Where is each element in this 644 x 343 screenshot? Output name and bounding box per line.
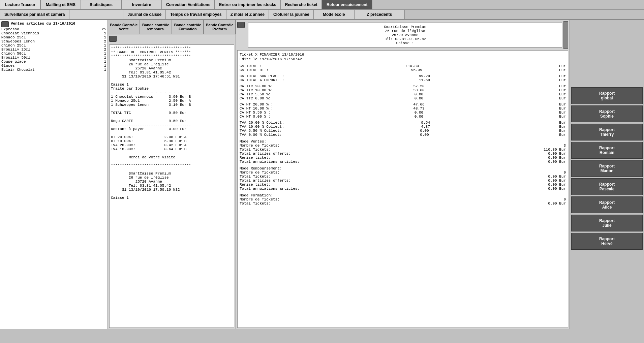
second-nav: Surveillance par mail et caméra Journal … xyxy=(0,10,644,20)
ticket-city: 25720 Avanne xyxy=(250,33,560,37)
nav-journal-caisse[interactable]: Journal de caisse xyxy=(123,10,166,19)
bande-panel: Bande Contrôle Vente Bande contrôle remb… xyxy=(108,20,236,329)
list-item: Schweppes lemon2 xyxy=(1,39,106,43)
nombre-tickets-remb-row: Nombre de Tickets: 0 xyxy=(240,170,566,175)
nav-inventaire[interactable]: Inventaire xyxy=(121,0,162,9)
ticket-company: SmartCaisse Premium xyxy=(250,25,560,29)
list-item: Chinon 25cl1 xyxy=(1,43,106,48)
nav-retour-encaissement[interactable]: Retour encaissement xyxy=(322,0,372,9)
bande-buttons: Bande Contrôle Vente Bande contrôle remb… xyxy=(108,20,236,34)
printer-icon[interactable] xyxy=(1,21,9,27)
main-layout: Ventes articles du 13/10/2016 Expresso25… xyxy=(0,20,644,329)
nav-cloture-journee[interactable]: Clôturer la journée xyxy=(269,10,314,19)
ticket-row: CA TOTAL SUR PLACE :99.20Eur xyxy=(240,74,566,78)
ventes-list: Expresso25Chocolat viennois1Monaco 25cl1… xyxy=(1,27,106,72)
ticket-printer-icon[interactable] xyxy=(237,22,245,28)
ticket-tel: Tél: 03.81.41.05.42 xyxy=(250,37,560,41)
bande-controle-proform[interactable]: Bande Contrôle Proform xyxy=(204,20,236,34)
bande-content[interactable]: ************************************ ** … xyxy=(109,44,234,328)
ticket-row: CA HT 0.00 % :0.00Eur xyxy=(240,115,566,119)
ticket-row: CA TOTAL :110.80Eur xyxy=(240,64,566,68)
ticket-row: CA HT 20.00 % :47.66Eur xyxy=(240,102,566,106)
ticket-row: CA TTC 0.00 %:0.00Eur xyxy=(240,96,566,100)
ticket-address: 26 rue de l'église xyxy=(250,29,560,33)
list-item: Eclair Chocolat1 xyxy=(1,68,106,72)
rapport-btn-3[interactable]: Rapport Romain xyxy=(571,142,643,159)
ticket-panel: SmartCaisse Premium 26 rue de l'église 2… xyxy=(236,20,570,329)
mode-remboursement-section: Mode Remboursement: Nombre de Tickets: 0… xyxy=(240,166,566,191)
list-item: Brouilly 25cl2 xyxy=(1,48,106,52)
list-item: Coupe glace1 xyxy=(1,60,106,64)
nav-z-precedents[interactable]: Z précédents xyxy=(354,10,405,19)
nav-temps-travail[interactable]: Temps de travail employés xyxy=(166,10,226,19)
nav-correction-ventilations[interactable]: Correction Ventilations xyxy=(162,0,215,9)
ticket-row: TVA 20.00 % Collect:9.54Eur xyxy=(240,121,566,125)
ticket-row: TVA 10.00 % Collect:4.87Eur xyxy=(240,125,566,129)
total-tickets-remb-row: Total Tickets: 0.00 Eur xyxy=(240,175,566,179)
bande-controle-rembours[interactable]: Bande contrôle rembours. xyxy=(140,20,172,34)
total-articles-offerts-row: Total articles offerts: 0.00 Eur xyxy=(240,152,566,156)
ventes-title: Ventes articles du 13/10/2016 xyxy=(11,22,75,26)
list-item: Expresso25 xyxy=(1,27,106,31)
nav-mailling-sms[interactable]: Mailling et SMS xyxy=(40,0,81,9)
rapport-btn-2[interactable]: Rapport Thierry xyxy=(571,124,643,141)
nombre-tickets-row: Nombre de Tickets: 3 xyxy=(240,144,566,148)
ticket-row: TVA 5.50 % Collect:0.00Eur xyxy=(240,129,566,133)
ticket-row: CA TTC 5.50 %:0.00Eur xyxy=(240,92,566,96)
rapport-btn-8[interactable]: Rapport Hervé xyxy=(571,233,643,250)
rapport-btn-1[interactable]: Rapport Sophie xyxy=(571,105,643,122)
remise-ticket-remb-row: Remise ticket: 0.00 Eur xyxy=(240,183,566,187)
nav-entrer-imprimer-stocks[interactable]: Entrer ou imprimer les stocks xyxy=(215,0,280,9)
ticket-row: CA TTC 20.00 %:57.20Eur xyxy=(240,84,566,88)
mode-formation-section: Mode Formation: Nombre de Tickets: 0 Tot… xyxy=(240,193,566,206)
right-panel: Rapport globalRapport SophieRapport Thie… xyxy=(570,20,644,329)
rapport-btn-4[interactable]: Rapport Manon xyxy=(571,160,643,177)
total-articles-offerts-remb-row: Total articles offerts: 0.00 Eur xyxy=(240,179,566,183)
mode-formation-title: Mode Formation: xyxy=(240,193,566,197)
left-panel: Ventes articles du 13/10/2016 Expresso25… xyxy=(0,20,108,329)
nav-statistiques[interactable]: Statistiques xyxy=(81,0,121,9)
ticket-row: TVA 0.00 % Collect:0.00Eur xyxy=(240,133,566,137)
ticket-content[interactable]: Ticket X FINANCIER 13/10/2016 Edité le 1… xyxy=(237,50,568,328)
top-nav: Lecture Traceur Mailling et SMS Statisti… xyxy=(0,0,644,10)
rapport-btn-7[interactable]: Rapport Julie xyxy=(571,215,643,231)
mode-ventes-title: Mode Ventes: xyxy=(240,139,566,144)
nav-recherche-ticket[interactable]: Recherche ticket xyxy=(281,0,322,9)
ticket-title-line1: Ticket X FINANCIER 13/10/2016 xyxy=(240,53,566,57)
ticket-row: CA TOTAL A EMPORTE :11.60Eur xyxy=(240,78,566,82)
total-annulations-ventes-row: Total annulations articles: 0.00 Eur xyxy=(240,160,566,164)
remise-ticket-ventes-row: Remise ticket: 0.00 Eur xyxy=(240,156,566,160)
nav-mode-ecole[interactable]: Mode école xyxy=(314,10,354,19)
total-tickets-ventes-row: Total Tickets: 110.80 Eur xyxy=(240,148,566,152)
rapport-btn-6[interactable]: Rapport Alice xyxy=(571,196,643,213)
list-item: Monaco 25cl1 xyxy=(1,35,106,39)
ticket-row: CA HT 10.00 % :48.73Eur xyxy=(240,106,566,111)
ticket-row: CA TOTAL HT :96.39Eur xyxy=(240,68,566,72)
bande-controle-vente[interactable]: Bande Contrôle Vente xyxy=(108,20,140,34)
nombre-tickets-form-row: Nombre de Tickets: 0 xyxy=(240,197,566,201)
ticket-row: CA TTC 10.00 %:53.60Eur xyxy=(240,88,566,92)
rapport-btn-5[interactable]: Rapport Pascale xyxy=(571,178,643,195)
rapport-btn-0[interactable]: Rapport global xyxy=(571,87,643,104)
nav-empty xyxy=(69,10,123,19)
ticket-row: CA HT 5.50 % :0.00Eur xyxy=(240,111,566,115)
nav-z-mois-annee[interactable]: Z mois et Z année xyxy=(226,10,269,19)
ticket-title-line2: Edité le 13/10/2016 17:50:42 xyxy=(240,57,566,61)
mode-ventes-section: Mode Ventes: Nombre de Tickets: 3 Total … xyxy=(240,139,566,164)
list-item: Chocolat viennois1 xyxy=(1,31,106,35)
ticket-header: SmartCaisse Premium 26 rue de l'église 2… xyxy=(248,23,562,48)
nav-surveillance[interactable]: Surveillance par mail et caméra xyxy=(0,10,69,19)
list-item: Chinon 50cl1 xyxy=(1,52,106,56)
total-annulations-remb-row: Total annulations articles: 0.00 Eur xyxy=(240,187,566,191)
total-tickets-form-row: Total Tickets: 0.00 Eur xyxy=(240,201,566,206)
ticket-caisse: Caisse 1 xyxy=(250,41,560,45)
bande-printer-icon[interactable] xyxy=(109,36,117,42)
list-item: Brouilly 50cl1 xyxy=(1,56,106,60)
mode-remboursement-title: Mode Remboursement: xyxy=(240,166,566,170)
bande-controle-formation[interactable]: Bande contrôle Formation xyxy=(172,20,204,34)
ticket-rows: CA TOTAL :110.80EurCA TOTAL HT :96.39Eur… xyxy=(240,64,566,137)
list-item: Glaces1 xyxy=(1,64,106,68)
nav-lecture-traceur[interactable]: Lecture Traceur xyxy=(0,0,40,9)
